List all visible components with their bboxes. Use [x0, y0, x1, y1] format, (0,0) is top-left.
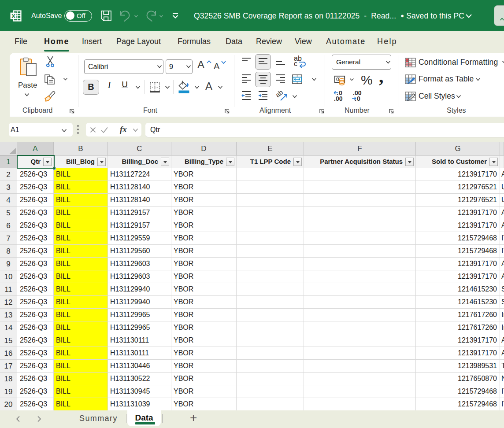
svg-text:.: .	[355, 95, 356, 101]
svg-text:X: X	[11, 13, 15, 19]
svg-text:0: 0	[357, 95, 360, 101]
svg-text:.00: .00	[334, 95, 343, 102]
